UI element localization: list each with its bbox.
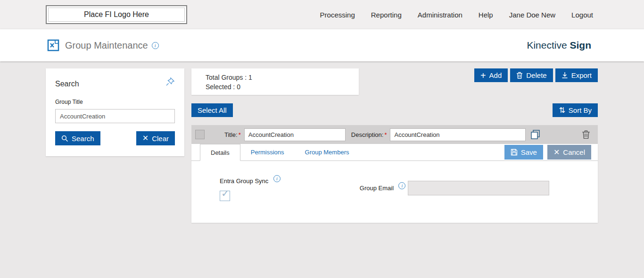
page-info-icon[interactable]: i [152, 42, 159, 49]
tab-details[interactable]: Details [200, 144, 240, 161]
page-header: Group Maintenance i Kinective Sign [0, 29, 644, 61]
tab-group-members-label: Group Members [305, 149, 349, 156]
entra-group-sync-field: Entra Group Sync i ✓ [220, 175, 281, 201]
nav-user-jane-doe-new[interactable]: Jane Doe New [509, 11, 555, 19]
group-email-input [408, 181, 549, 195]
export-button-label: Export [571, 71, 592, 79]
search-button[interactable]: Search [55, 131, 100, 145]
panel-actions: Save ✕ Cancel [504, 145, 591, 160]
top-navigation: Processing Reporting Administration Help… [320, 11, 593, 19]
cancel-button[interactable]: ✕ Cancel [547, 145, 591, 160]
delete-trash-icon [516, 72, 523, 79]
summary-box: Total Groups : 1 Selected : 0 [191, 68, 359, 95]
clear-button[interactable]: ✕ Clear [136, 131, 175, 145]
sort-arrows-icon: ⇅ [559, 107, 565, 114]
checkmark-icon: ✓ [221, 188, 230, 199]
main-column: Total Groups : 1 Selected : 0 + Add [191, 68, 598, 223]
delete-button[interactable]: Delete [510, 68, 553, 82]
add-plus-icon: + [480, 71, 486, 80]
export-download-icon [561, 72, 568, 79]
sort-by-button-label: Sort By [569, 106, 592, 114]
page-title: Group Maintenance [65, 40, 148, 51]
group-email-info-icon[interactable]: i [398, 182, 405, 189]
clear-x-icon: ✕ [142, 135, 149, 142]
tab-details-label: Details [211, 149, 230, 156]
add-button[interactable]: + Add [474, 68, 508, 82]
entra-group-sync-checkbox[interactable]: ✓ [220, 191, 230, 201]
group-description-field[interactable] [390, 128, 526, 141]
pin-icon[interactable] [165, 77, 175, 86]
toolbar: + Add Delete [474, 68, 598, 82]
copy-icon[interactable] [530, 129, 541, 140]
export-button[interactable]: Export [555, 68, 598, 82]
group-row: Title:* Description:* [191, 125, 598, 144]
content-area: Search Group Title Search ✕ C [0, 61, 644, 278]
group-title-field[interactable] [244, 128, 346, 141]
fi-logo-placeholder: Place FI Logo Here [46, 5, 187, 24]
search-button-label: Search [72, 135, 94, 143]
brand-bold: Sign [570, 40, 592, 51]
cancel-button-label: Cancel [563, 148, 585, 156]
select-all-button[interactable]: Select All [191, 103, 233, 117]
top-bar: Place FI Logo Here Processing Reporting … [0, 0, 644, 29]
tabs-row: Details Permissions Group Members [191, 144, 598, 161]
group-email-field: Group Email i [360, 175, 549, 201]
entra-group-sync-label: Entra Group Sync [220, 177, 268, 185]
select-all-button-label: Select All [198, 106, 227, 114]
save-floppy-icon [511, 149, 518, 156]
group-detail-panel: Details Permissions Group Members [191, 144, 598, 223]
add-button-label: Add [489, 71, 502, 79]
description-label: Description:* [351, 131, 387, 138]
search-icon [61, 135, 68, 142]
group-title-input[interactable] [55, 109, 175, 123]
brand-logo: Kinective Sign [527, 40, 591, 51]
clear-button-label: Clear [152, 135, 169, 143]
group-email-label: Group Email [360, 185, 394, 192]
group-title-label: Group Title [55, 99, 175, 105]
nav-administration[interactable]: Administration [418, 11, 462, 19]
group-row-checkbox[interactable] [195, 130, 205, 139]
nav-help[interactable]: Help [479, 11, 493, 19]
tab-permissions[interactable]: Permissions [240, 144, 295, 160]
save-button[interactable]: Save [504, 145, 543, 160]
delete-button-label: Delete [526, 71, 546, 79]
total-groups-text: Total Groups : 1 [206, 73, 359, 82]
save-button-label: Save [521, 148, 537, 156]
search-panel-title: Search [55, 77, 79, 88]
cancel-x-icon: ✕ [553, 149, 560, 156]
description-required-marker: * [384, 131, 387, 138]
entra-group-sync-info-icon[interactable]: i [273, 175, 281, 182]
nav-processing[interactable]: Processing [320, 11, 355, 19]
tab-group-members[interactable]: Group Members [295, 144, 360, 160]
tab-permissions-label: Permissions [251, 149, 284, 156]
selected-count-text: Selected : 0 [206, 82, 359, 92]
brand-regular: Kinective [527, 40, 567, 51]
details-tab-content: Entra Group Sync i ✓ Group Email i [191, 161, 598, 201]
row-trash-icon[interactable] [582, 130, 590, 139]
sort-by-button[interactable]: ⇅ Sort By [553, 103, 598, 117]
title-label: Title:* [224, 131, 241, 138]
search-panel: Search Group Title Search ✕ C [46, 68, 184, 156]
fi-logo-text: Place FI Logo Here [84, 10, 149, 19]
title-required-marker: * [239, 131, 241, 138]
nav-logout[interactable]: Logout [571, 11, 593, 19]
group-maintenance-page-icon [47, 39, 59, 51]
nav-reporting[interactable]: Reporting [371, 11, 402, 19]
